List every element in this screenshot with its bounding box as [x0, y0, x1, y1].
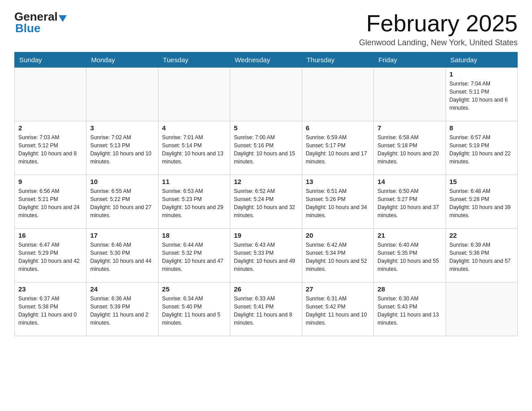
day-number: 22 — [450, 231, 514, 239]
table-row: 24Sunrise: 6:36 AM Sunset: 5:39 PM Dayli… — [86, 283, 158, 336]
col-wednesday: Wednesday — [230, 52, 302, 68]
month-title: February 2025 — [359, 11, 518, 36]
day-number: 24 — [90, 285, 154, 293]
col-friday: Friday — [374, 52, 446, 68]
table-row: 23Sunrise: 6:37 AM Sunset: 5:38 PM Dayli… — [15, 283, 86, 336]
table-row — [158, 68, 230, 121]
table-row: 10Sunrise: 6:55 AM Sunset: 5:22 PM Dayli… — [86, 175, 158, 229]
day-number: 9 — [18, 178, 82, 185]
table-row: 14Sunrise: 6:50 AM Sunset: 5:27 PM Dayli… — [374, 175, 446, 229]
col-thursday: Thursday — [302, 52, 373, 68]
table-row: 26Sunrise: 6:33 AM Sunset: 5:41 PM Dayli… — [230, 283, 302, 336]
table-row: 19Sunrise: 6:43 AM Sunset: 5:33 PM Dayli… — [230, 229, 302, 283]
table-row: 22Sunrise: 6:39 AM Sunset: 5:36 PM Dayli… — [446, 229, 517, 283]
day-number: 12 — [234, 178, 298, 185]
calendar-table: Sunday Monday Tuesday Wednesday Thursday… — [14, 52, 518, 336]
day-info: Sunrise: 6:58 AM Sunset: 5:18 PM Dayligh… — [378, 133, 442, 166]
table-row: 18Sunrise: 6:44 AM Sunset: 5:32 PM Dayli… — [158, 229, 230, 283]
location-subtitle: Glenwood Landing, New York, United State… — [359, 38, 518, 47]
col-tuesday: Tuesday — [158, 52, 230, 68]
day-number: 5 — [234, 124, 298, 132]
day-number: 1 — [450, 70, 514, 78]
day-info: Sunrise: 6:42 AM Sunset: 5:34 PM Dayligh… — [306, 241, 370, 273]
day-info: Sunrise: 6:43 AM Sunset: 5:33 PM Dayligh… — [234, 241, 298, 273]
day-info: Sunrise: 6:44 AM Sunset: 5:32 PM Dayligh… — [162, 241, 226, 273]
col-saturday: Saturday — [446, 52, 517, 68]
day-info: Sunrise: 6:36 AM Sunset: 5:39 PM Dayligh… — [90, 295, 154, 327]
day-info: Sunrise: 6:50 AM Sunset: 5:27 PM Dayligh… — [378, 187, 442, 219]
table-row: 12Sunrise: 6:52 AM Sunset: 5:24 PM Dayli… — [230, 175, 302, 229]
day-info: Sunrise: 6:47 AM Sunset: 5:29 PM Dayligh… — [18, 241, 82, 273]
col-sunday: Sunday — [15, 52, 86, 68]
table-row: 20Sunrise: 6:42 AM Sunset: 5:34 PM Dayli… — [302, 229, 373, 283]
day-info: Sunrise: 6:30 AM Sunset: 5:43 PM Dayligh… — [378, 295, 442, 327]
table-row — [86, 68, 158, 121]
table-row: 27Sunrise: 6:31 AM Sunset: 5:42 PM Dayli… — [302, 283, 373, 336]
logo-general-text: General — [14, 11, 58, 22]
table-row: 7Sunrise: 6:58 AM Sunset: 5:18 PM Daylig… — [374, 121, 446, 175]
calendar-week-row: 9Sunrise: 6:56 AM Sunset: 5:21 PM Daylig… — [15, 175, 518, 229]
day-number: 23 — [18, 285, 82, 293]
table-row: 1Sunrise: 7:04 AM Sunset: 5:11 PM Daylig… — [446, 68, 517, 121]
day-number: 8 — [450, 124, 514, 132]
table-row — [374, 68, 446, 121]
day-number: 11 — [162, 178, 226, 185]
table-row — [15, 68, 86, 121]
day-number: 15 — [450, 178, 514, 185]
day-info: Sunrise: 6:55 AM Sunset: 5:22 PM Dayligh… — [90, 187, 154, 219]
calendar-week-row: 16Sunrise: 6:47 AM Sunset: 5:29 PM Dayli… — [15, 229, 518, 283]
table-row: 28Sunrise: 6:30 AM Sunset: 5:43 PM Dayli… — [374, 283, 446, 336]
logo: General Blue — [14, 11, 68, 35]
table-row: 13Sunrise: 6:51 AM Sunset: 5:26 PM Dayli… — [302, 175, 373, 229]
title-section: February 2025 Glenwood Landing, New York… — [359, 11, 518, 47]
logo-blue-text: Blue — [14, 21, 40, 35]
day-number: 25 — [162, 285, 226, 293]
table-row: 3Sunrise: 7:02 AM Sunset: 5:13 PM Daylig… — [86, 121, 158, 175]
day-info: Sunrise: 6:51 AM Sunset: 5:26 PM Dayligh… — [306, 187, 370, 219]
day-number: 4 — [162, 124, 226, 132]
table-row: 6Sunrise: 6:59 AM Sunset: 5:17 PM Daylig… — [302, 121, 373, 175]
day-number: 27 — [306, 285, 370, 293]
calendar-header-row: Sunday Monday Tuesday Wednesday Thursday… — [15, 52, 518, 68]
table-row: 11Sunrise: 6:53 AM Sunset: 5:23 PM Dayli… — [158, 175, 230, 229]
table-row: 9Sunrise: 6:56 AM Sunset: 5:21 PM Daylig… — [15, 175, 86, 229]
day-info: Sunrise: 6:37 AM Sunset: 5:38 PM Dayligh… — [18, 295, 82, 327]
table-row — [230, 68, 302, 121]
day-info: Sunrise: 6:59 AM Sunset: 5:17 PM Dayligh… — [306, 133, 370, 166]
table-row: 17Sunrise: 6:46 AM Sunset: 5:30 PM Dayli… — [86, 229, 158, 283]
calendar-week-row: 23Sunrise: 6:37 AM Sunset: 5:38 PM Dayli… — [15, 283, 518, 336]
table-row: 8Sunrise: 6:57 AM Sunset: 5:19 PM Daylig… — [446, 121, 517, 175]
page-header: General Blue February 2025 Glenwood Land… — [14, 11, 518, 47]
day-number: 21 — [378, 231, 442, 239]
day-number: 26 — [234, 285, 298, 293]
day-info: Sunrise: 6:56 AM Sunset: 5:21 PM Dayligh… — [18, 187, 82, 219]
day-info: Sunrise: 7:00 AM Sunset: 5:16 PM Dayligh… — [234, 133, 298, 166]
table-row: 2Sunrise: 7:03 AM Sunset: 5:12 PM Daylig… — [15, 121, 86, 175]
day-info: Sunrise: 6:39 AM Sunset: 5:36 PM Dayligh… — [450, 241, 514, 273]
table-row: 15Sunrise: 6:48 AM Sunset: 5:28 PM Dayli… — [446, 175, 517, 229]
day-number: 28 — [378, 285, 442, 293]
day-info: Sunrise: 6:57 AM Sunset: 5:19 PM Dayligh… — [450, 133, 514, 166]
table-row: 25Sunrise: 6:34 AM Sunset: 5:40 PM Dayli… — [158, 283, 230, 336]
day-info: Sunrise: 7:04 AM Sunset: 5:11 PM Dayligh… — [450, 80, 514, 112]
day-number: 17 — [90, 231, 154, 239]
day-info: Sunrise: 6:31 AM Sunset: 5:42 PM Dayligh… — [306, 295, 370, 327]
table-row: 5Sunrise: 7:00 AM Sunset: 5:16 PM Daylig… — [230, 121, 302, 175]
day-info: Sunrise: 6:34 AM Sunset: 5:40 PM Dayligh… — [162, 295, 226, 327]
day-info: Sunrise: 6:40 AM Sunset: 5:35 PM Dayligh… — [378, 241, 442, 273]
day-number: 2 — [18, 124, 82, 132]
logo-triangle-icon — [59, 15, 67, 22]
day-number: 6 — [306, 124, 370, 132]
day-number: 13 — [306, 178, 370, 185]
day-info: Sunrise: 7:03 AM Sunset: 5:12 PM Dayligh… — [18, 133, 82, 166]
day-info: Sunrise: 6:48 AM Sunset: 5:28 PM Dayligh… — [450, 187, 514, 219]
table-row — [302, 68, 373, 121]
day-number: 3 — [90, 124, 154, 132]
col-monday: Monday — [86, 52, 158, 68]
calendar-week-row: 2Sunrise: 7:03 AM Sunset: 5:12 PM Daylig… — [15, 121, 518, 175]
day-number: 18 — [162, 231, 226, 239]
table-row: 16Sunrise: 6:47 AM Sunset: 5:29 PM Dayli… — [15, 229, 86, 283]
day-info: Sunrise: 6:53 AM Sunset: 5:23 PM Dayligh… — [162, 187, 226, 219]
day-number: 19 — [234, 231, 298, 239]
day-number: 10 — [90, 178, 154, 185]
